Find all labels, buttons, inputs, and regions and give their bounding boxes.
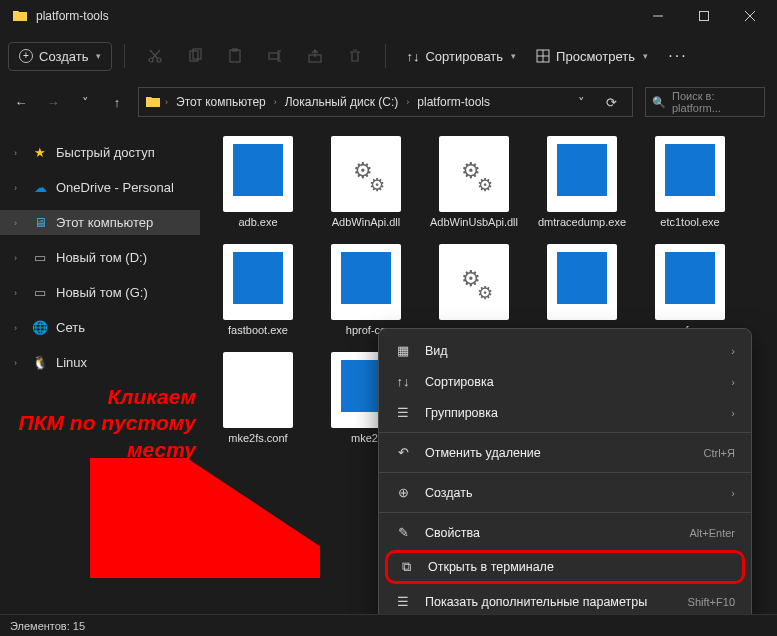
ctx-open-terminal[interactable]: ⧉ Открыть в терминале: [385, 550, 745, 584]
view-button[interactable]: Просмотреть ▾: [528, 43, 656, 70]
file-thumbnail: [223, 352, 293, 428]
refresh-icon[interactable]: ⟳: [602, 95, 620, 110]
new-label: Создать: [39, 49, 88, 64]
chevron-down-icon: ▾: [511, 51, 516, 61]
separator: [379, 512, 751, 513]
file-item[interactable]: adb.exe: [206, 136, 310, 230]
separator: [379, 432, 751, 433]
file-item[interactable]: [530, 244, 634, 338]
file-item[interactable]: hprof-co: [314, 244, 418, 338]
file-item[interactable]: dmtracedump.exe: [530, 136, 634, 230]
file-thumbnail: [655, 136, 725, 212]
paste-icon[interactable]: [217, 38, 253, 74]
linux-icon: 🐧: [32, 355, 48, 370]
file-item[interactable]: ⚙⚙: [422, 244, 526, 338]
sort-label: Сортировать: [425, 49, 503, 64]
back-button[interactable]: ←: [12, 95, 30, 110]
more-icon: ☰: [395, 594, 411, 609]
minimize-button[interactable]: [635, 0, 681, 32]
annotation-text: Кликаем ПКМ по пустому месту: [18, 384, 196, 463]
forward-button[interactable]: →: [44, 95, 62, 110]
file-thumbnail: [223, 136, 293, 212]
command-bar: + Создать ▾ ↑↓ Сортировать ▾ Просмотреть…: [0, 32, 777, 80]
ctx-undo[interactable]: ↶ Отменить удаление Ctrl+Я: [379, 437, 751, 468]
more-button[interactable]: ···: [660, 38, 696, 74]
file-item[interactable]: fastboot.exe: [206, 244, 310, 338]
sidebar-item-linux[interactable]: › 🐧 Linux: [0, 350, 200, 375]
file-item[interactable]: etc1tool.exe: [638, 136, 742, 230]
crumb-item[interactable]: platform-tools: [413, 93, 494, 111]
chevron-right-icon: ›: [14, 183, 24, 193]
svg-rect-1: [700, 12, 709, 21]
chevron-right-icon: ›: [731, 345, 735, 357]
sidebar-item-drive-g[interactable]: › ▭ Новый том (G:): [0, 280, 200, 305]
star-icon: ★: [32, 145, 48, 160]
file-name: mke2f: [351, 432, 381, 446]
maximize-button[interactable]: [681, 0, 727, 32]
ctx-view[interactable]: ▦ Вид ›: [379, 335, 751, 366]
sidebar-item-drive-d[interactable]: › ▭ Новый том (D:): [0, 245, 200, 270]
separator: [124, 44, 125, 68]
window-title: platform-tools: [36, 9, 635, 23]
sidebar-item-thispc[interactable]: › 🖥 Этот компьютер: [0, 210, 200, 235]
close-button[interactable]: [727, 0, 773, 32]
copy-icon[interactable]: [177, 38, 213, 74]
file-thumbnail: [331, 244, 401, 320]
monitor-icon: 🖥: [32, 215, 48, 230]
file-item[interactable]: ⚙⚙AdbWinApi.dll: [314, 136, 418, 230]
status-bar: Элементов: 15: [0, 614, 777, 636]
crumb-item[interactable]: Локальный диск (C:): [281, 93, 403, 111]
chevron-down-icon[interactable]: ˅: [76, 95, 94, 110]
sort-button[interactable]: ↑↓ Сортировать ▾: [398, 43, 524, 70]
crumb-item[interactable]: Этот компьютер: [172, 93, 270, 111]
network-icon: 🌐: [32, 320, 48, 335]
file-thumbnail: ⚙⚙: [331, 136, 401, 212]
chevron-right-icon: ›: [14, 148, 24, 158]
file-item[interactable]: fo: [638, 244, 742, 338]
chevron-right-icon: ›: [731, 487, 735, 499]
sort-icon: ↑↓: [406, 49, 419, 64]
sort-icon: ↑↓: [395, 374, 411, 389]
file-thumbnail: [547, 244, 617, 320]
file-name: fastboot.exe: [228, 324, 288, 338]
file-thumbnail: ⚙⚙: [439, 244, 509, 320]
file-thumbnail: [547, 136, 617, 212]
up-button[interactable]: ↑: [108, 95, 126, 110]
file-name: AdbWinUsbApi.dll: [430, 216, 518, 230]
chevron-down-icon[interactable]: ˅: [572, 95, 590, 110]
file-thumbnail: ⚙⚙: [439, 136, 509, 212]
chevron-right-icon: ›: [406, 97, 409, 107]
ctx-sort[interactable]: ↑↓ Сортировка ›: [379, 366, 751, 397]
ctx-create[interactable]: ⊕ Создать ›: [379, 477, 751, 508]
share-icon[interactable]: [297, 38, 333, 74]
sidebar-item-onedrive[interactable]: › ☁ OneDrive - Personal: [0, 175, 200, 200]
delete-icon[interactable]: [337, 38, 373, 74]
cut-icon[interactable]: [137, 38, 173, 74]
file-item[interactable]: mke2fs.conf: [206, 352, 310, 446]
ctx-properties[interactable]: ✎ Свойства Alt+Enter: [379, 517, 751, 548]
ctx-group[interactable]: ☰ Группировка ›: [379, 397, 751, 428]
context-menu: ▦ Вид › ↑↓ Сортировка › ☰ Группировка › …: [378, 328, 752, 624]
sidebar-item-network[interactable]: › 🌐 Сеть: [0, 315, 200, 340]
chevron-right-icon: ›: [14, 253, 24, 263]
drive-icon: ▭: [32, 250, 48, 265]
ctx-more-options[interactable]: ☰ Показать дополнительные параметры Shif…: [379, 586, 751, 617]
chevron-down-icon: ▾: [643, 51, 648, 61]
plus-icon: +: [19, 49, 33, 63]
file-name: mke2fs.conf: [228, 432, 287, 446]
breadcrumb[interactable]: › Этот компьютер › Локальный диск (C:) ›…: [138, 87, 633, 117]
separator: [385, 44, 386, 68]
view-label: Просмотреть: [556, 49, 635, 64]
svg-point-4: [149, 58, 153, 62]
new-button[interactable]: + Создать ▾: [8, 42, 112, 71]
file-name: dmtracedump.exe: [538, 216, 626, 230]
sidebar-item-quick[interactable]: › ★ Быстрый доступ: [0, 140, 200, 165]
search-placeholder: Поиск в: platform...: [672, 90, 758, 114]
file-item[interactable]: ⚙⚙AdbWinUsbApi.dll: [422, 136, 526, 230]
search-input[interactable]: 🔍 Поиск в: platform...: [645, 87, 765, 117]
undo-icon: ↶: [395, 445, 411, 460]
rename-icon[interactable]: [257, 38, 293, 74]
search-icon: 🔍: [652, 96, 666, 109]
title-bar: platform-tools: [0, 0, 777, 32]
svg-rect-10: [269, 53, 278, 59]
